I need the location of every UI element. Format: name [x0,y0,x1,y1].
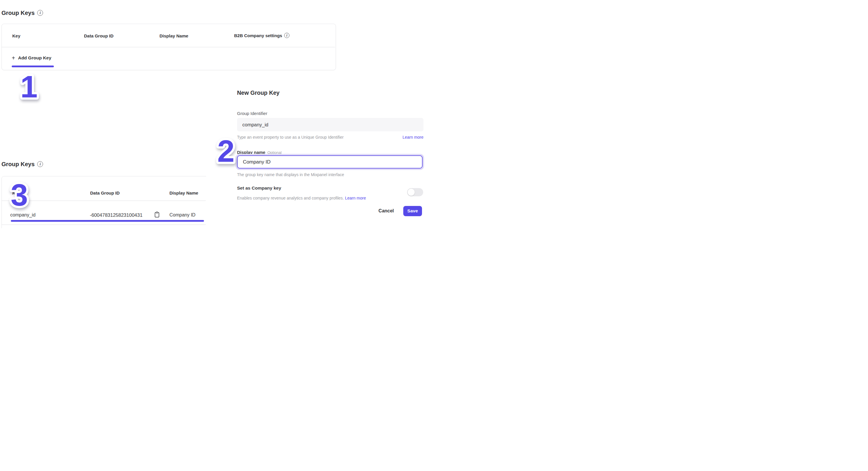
group-keys-title: Group Keys [1,161,34,168]
row-key-cell: company_id [10,212,35,218]
learn-more-link[interactable]: Learn more [402,135,424,139]
group-identifier-help-row: Type an event property to use as a Uniqu… [237,135,424,139]
optional-hint: Optional [268,150,282,155]
plus-icon: + [12,55,15,61]
cancel-button[interactable]: Cancel [377,208,395,214]
group-identifier-input[interactable] [237,118,424,131]
info-icon[interactable]: i [284,33,289,38]
display-name-help: The group key name that displays in the … [237,172,344,177]
add-group-key-label: Add Group Key [18,55,52,61]
company-key-toggle[interactable] [407,188,423,196]
table-header-divider [2,47,335,48]
save-button[interactable]: Save [403,206,422,216]
display-name-input[interactable] [237,155,423,168]
form-actions: Cancel Save [237,206,422,216]
display-name-label: Display nameOptional [237,150,282,155]
annotation-step-1: 1 [14,69,43,102]
set-company-key-label: Set as Company key [237,186,281,191]
toggle-knob [408,189,415,196]
group-keys-heading-bottom: Group Keys i [1,161,43,168]
info-icon[interactable]: i [37,10,43,16]
column-header-display-name: Display Name [169,190,198,195]
column-header-b2b-settings: B2B Company settings i [234,33,289,38]
svg-text:2: 2 [217,134,235,168]
annotation-step-3: 3 [5,178,34,210]
new-group-key-title: New Group Key [237,90,279,96]
group-identifier-help: Type an event property to use as a Uniqu… [237,135,344,139]
column-header-key: Key [12,33,21,38]
svg-text:3: 3 [11,178,28,212]
column-header-display-name: Display Name [159,33,188,38]
info-icon[interactable]: i [37,161,43,167]
column-header-data-group-id: Data Group ID [90,190,120,195]
group-keys-heading-top: Group Keys i [1,9,43,17]
group-identifier-label: Group Identifier [237,111,267,116]
add-group-key-button[interactable]: + Add Group Key [12,55,51,61]
learn-more-link[interactable]: Learn more [345,196,366,200]
row-display-name-cell: Company ID [169,212,195,218]
step3-highlight-underline [11,220,204,222]
step1-highlight-underline [12,66,54,67]
row-data-group-id-cell: -6004783125823100431 [90,212,143,218]
copy-icon[interactable] [155,212,159,219]
company-key-help: Enables company revenue analytics and co… [237,196,366,200]
group-keys-title: Group Keys [1,9,34,17]
column-header-data-group-id: Data Group ID [84,33,114,38]
annotation-step-2: 2 [211,134,241,166]
svg-text:1: 1 [21,69,38,104]
page: Group Keys i Key Data Group ID Display N… [0,0,434,236]
table-row-divider [2,224,206,225]
